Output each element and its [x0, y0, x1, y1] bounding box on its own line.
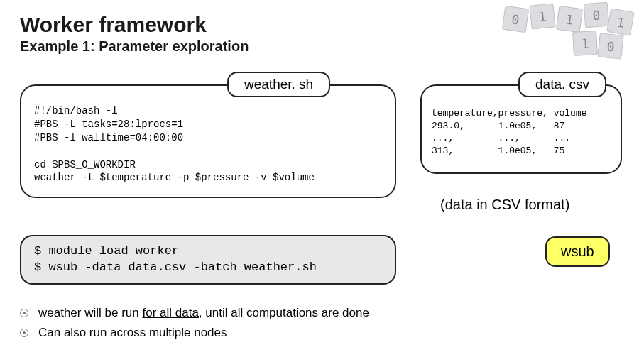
- tab-weather-sh: weather. sh: [227, 72, 330, 97]
- bullet-list: weather will be run for all data, until …: [20, 306, 369, 346]
- command-box: $ module load worker $ wsub -data data.c…: [20, 235, 396, 285]
- csv-format-note: (data in CSV format): [440, 197, 569, 213]
- wsub-badge: wsub: [545, 236, 610, 267]
- cube-icon: 1: [572, 31, 598, 56]
- bullet-icon: [20, 309, 28, 317]
- bullet-text-part: , until all computations are done: [199, 306, 369, 319]
- bullet-text-part: weather will be run: [38, 306, 142, 319]
- cube-icon: 0: [502, 6, 529, 33]
- decorative-cubes: 0 1 1 0 1 1 0: [499, 3, 627, 60]
- cube-icon: 0: [584, 2, 609, 28]
- cube-icon: 1: [606, 8, 634, 35]
- list-item: Can also run across multiple nodes: [20, 326, 369, 340]
- script-code-box: #!/bin/bash -l #PBS -L tasks=28:lprocs=1…: [20, 84, 396, 198]
- bullet-icon: [20, 329, 28, 337]
- cube-icon: 0: [597, 33, 623, 59]
- list-item: weather will be run for all data, until …: [20, 306, 369, 320]
- cube-icon: 1: [556, 6, 583, 33]
- bullet-text: weather will be run for all data, until …: [38, 306, 369, 320]
- bullet-text: Can also run across multiple nodes: [38, 326, 227, 340]
- bullet-text-underline: for all data: [142, 306, 198, 319]
- cube-icon: 1: [529, 3, 555, 29]
- tab-data-csv: data. csv: [518, 72, 606, 97]
- csv-code-box: temperature,pressure, volume 293.0, 1.0e…: [420, 84, 622, 174]
